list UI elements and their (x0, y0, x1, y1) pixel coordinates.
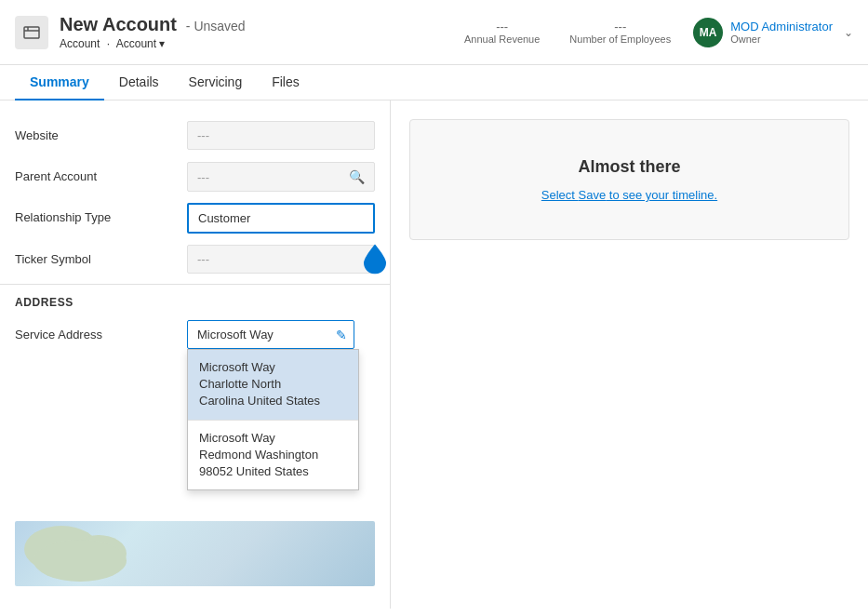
ticker-symbol-field[interactable]: --- (187, 245, 375, 274)
relationship-type-field[interactable] (187, 203, 375, 234)
relationship-type-label: Relationship Type (15, 203, 187, 224)
parent-account-field[interactable]: --- 🔍 (187, 162, 375, 192)
annual-revenue-meta: --- Annual Revenue (464, 20, 540, 45)
address-section-header: ADDRESS (0, 284, 390, 315)
relationship-type-row: Relationship Type (0, 197, 390, 239)
timeline-description: Select Save to see your timeline. (429, 188, 830, 202)
header-meta: --- Annual Revenue --- Number of Employe… (464, 20, 671, 45)
right-panel: Almost there Select Save to see your tim… (391, 100, 868, 609)
breadcrumb: Account · Account ▾ (60, 37, 464, 50)
header-title-area: New Account - Unsaved Account · Account … (60, 14, 464, 50)
parent-account-search-icon[interactable]: 🔍 (349, 169, 365, 184)
timeline-box: Almost there Select Save to see your tim… (409, 119, 849, 240)
timeline-title: Almost there (429, 157, 830, 177)
map-area (0, 514, 390, 588)
tab-bar: Summary Details Servicing Files (0, 65, 868, 100)
owner-chevron-icon[interactable]: ⌄ (844, 26, 853, 39)
tab-files[interactable]: Files (257, 65, 314, 100)
ticker-symbol-row: Ticker Symbol --- (0, 239, 390, 280)
ticker-symbol-label: Ticker Symbol (15, 245, 187, 266)
tab-summary[interactable]: Summary (15, 65, 104, 100)
parent-account-row: Parent Account --- 🔍 (0, 156, 390, 197)
num-employees-meta: --- Number of Employees (569, 20, 671, 45)
parent-account-label: Parent Account (15, 162, 187, 183)
website-label: Website (15, 121, 187, 142)
relationship-type-input[interactable] (187, 203, 375, 234)
address-option-1[interactable]: Microsoft Way Charlotte North Carolina U… (188, 350, 358, 420)
address-autocomplete-dropdown: Microsoft Way Charlotte North Carolina U… (187, 349, 359, 490)
account-icon (15, 16, 48, 49)
svg-rect-0 (24, 27, 39, 38)
tab-details[interactable]: Details (104, 65, 174, 100)
tab-servicing[interactable]: Servicing (174, 65, 258, 100)
website-field[interactable]: --- (187, 121, 375, 150)
address-option-2[interactable]: Microsoft Way Redmond Washington 98052 U… (188, 420, 358, 490)
avatar: MA (693, 18, 723, 47)
service-address-label: Service Address (15, 320, 187, 341)
page-title: New Account - Unsaved (60, 14, 464, 35)
owner-info: MOD Administrator Owner (730, 20, 833, 45)
droplet-icon (362, 242, 388, 276)
address-edit-icon[interactable]: ✎ (336, 328, 347, 342)
service-address-row: Service Address ✎ Microsoft Way Charlott… (0, 315, 390, 355)
form-panel: Website --- Parent Account --- 🔍 Relatio… (0, 100, 391, 609)
map-visual[interactable] (15, 521, 375, 586)
main-content: Website --- Parent Account --- 🔍 Relatio… (0, 100, 868, 609)
website-row: Website --- (0, 115, 390, 156)
service-address-field[interactable]: ✎ Microsoft Way Charlotte North Carolina… (187, 320, 354, 349)
app-header: New Account - Unsaved Account · Account … (0, 0, 868, 65)
service-address-input[interactable] (187, 320, 354, 349)
owner-area[interactable]: MA MOD Administrator Owner ⌄ (693, 18, 853, 47)
